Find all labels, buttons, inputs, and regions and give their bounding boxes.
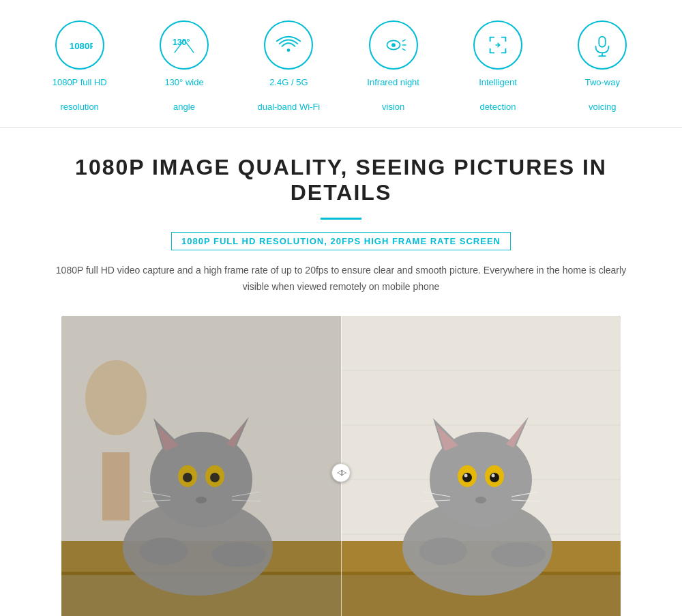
feature-detect-icon-wrap [473, 20, 522, 70]
feature-night: Infrared night vision [341, 20, 445, 113]
feature-voice: Two-way voicing [550, 20, 655, 113]
svg-point-57 [492, 473, 495, 477]
feature-wifi-label2: dual-band Wi-Fi [257, 101, 320, 113]
angle-icon: 130° [171, 32, 197, 58]
main-content: 1080P IMAGE QUALITY, SEEING PICTURES IN … [0, 128, 682, 616]
wifi-icon [276, 32, 301, 58]
svg-point-64 [491, 542, 546, 567]
feature-wifi-icon-wrap [264, 20, 313, 70]
compare-slider[interactable]: ◁▷ [331, 463, 351, 482]
feature-angle-icon-wrap: 130° [160, 20, 209, 70]
svg-point-63 [419, 538, 467, 565]
svg-point-4 [287, 48, 291, 52]
feature-detect-label: Intelligent [479, 76, 517, 89]
svg-rect-10 [599, 37, 606, 47]
svg-point-56 [464, 473, 468, 477]
feature-angle: 130° 130° wide angle [132, 20, 236, 113]
svg-point-6 [391, 43, 396, 47]
feature-night-label: Infrared night [367, 76, 419, 89]
night-icon [381, 32, 406, 58]
hd-icon: 1080P [67, 32, 93, 58]
feature-wifi: 2.4G / 5G dual-band Wi-Fi [237, 20, 341, 113]
svg-text:1080P: 1080P [69, 41, 92, 51]
svg-rect-21 [102, 452, 130, 520]
section-title: 1080P IMAGE QUALITY, SEEING PICTURES IN … [41, 155, 641, 205]
feature-night-icon-wrap [369, 20, 418, 70]
feature-hd-label2: resolution [60, 101, 98, 113]
mic-icon [589, 32, 615, 58]
svg-point-30 [183, 473, 192, 482]
svg-point-37 [140, 538, 188, 565]
description: 1080P full HD video capture and a high f… [55, 263, 627, 295]
feature-angle-label2: angle [173, 101, 195, 113]
feature-angle-label: 130° wide [164, 76, 203, 89]
feature-detect-label2: detection [480, 101, 516, 113]
svg-point-58 [475, 497, 486, 503]
feature-voice-label: Two-way [585, 76, 620, 89]
svg-point-32 [196, 497, 207, 503]
image-left-720p [61, 316, 341, 616]
svg-point-54 [462, 473, 472, 482]
features-bar: 1080P 1080P full HD resolution 130° 130°… [0, 0, 682, 128]
detect-icon [485, 32, 511, 58]
svg-point-31 [210, 473, 220, 482]
svg-text:130°: 130° [173, 38, 190, 47]
image-right-1080p [341, 316, 621, 616]
feature-voice-icon-wrap [578, 20, 627, 70]
svg-point-55 [490, 473, 499, 482]
svg-line-9 [402, 49, 405, 50]
svg-line-7 [402, 40, 405, 41]
svg-point-38 [211, 542, 266, 567]
svg-point-20 [85, 360, 147, 435]
compare-arrows: ◁▷ [337, 468, 345, 477]
subtitle-badge: 1080P FULL HD RESOLUTION, 20FPS HIGH FRA… [171, 232, 511, 250]
feature-night-label2: vision [382, 101, 404, 113]
feature-hd: 1080P 1080P full HD resolution [27, 20, 132, 113]
feature-hd-label: 1080P full HD [53, 76, 107, 89]
image-compare-wrapper: ◁▷ [61, 316, 621, 616]
title-underline [321, 218, 361, 220]
feature-detect: Intelligent detection [445, 20, 550, 113]
feature-hd-icon-wrap: 1080P [55, 20, 104, 70]
feature-voice-label2: voicing [589, 101, 616, 113]
feature-wifi-label: 2.4G / 5G [269, 76, 308, 89]
